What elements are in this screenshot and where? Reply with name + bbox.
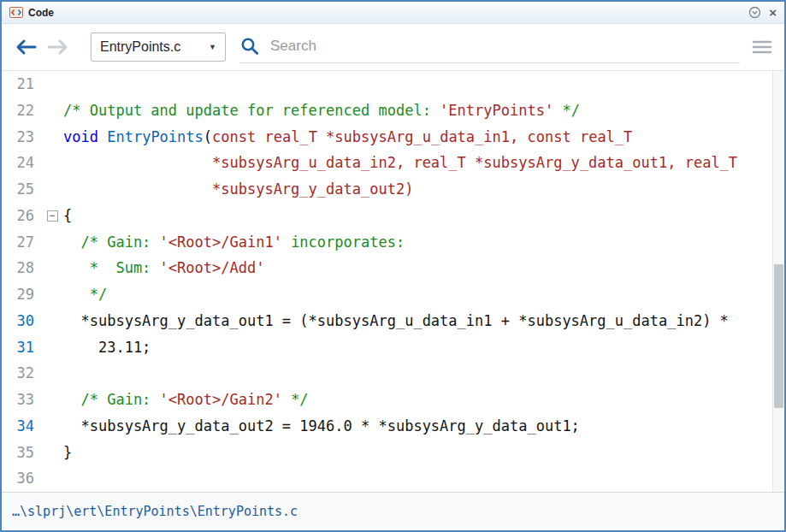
code-lines: 2122/* Output and update for referenced … [2,71,784,492]
window-title: Code [28,7,54,19]
close-icon[interactable]: × [769,7,777,19]
code-line[interactable]: 26−{ [2,203,784,229]
code-text: *subsysArg_y_data_out1 = (*subsysArg_u_d… [63,308,729,334]
back-button[interactable] [14,38,38,56]
code-window: Code × EntryPoints.c [0,0,786,532]
code-line[interactable]: 28 * Sum: '<Root>/Add' [2,255,784,281]
code-text: *subsysArg_u_data_in2, real_T *subsysArg… [63,150,737,176]
code-text: } [63,440,72,466]
code-text: */ [63,281,107,308]
search-icon[interactable] [239,36,260,56]
line-number: 24 [2,150,41,176]
code-text: { [63,203,72,229]
code-line[interactable]: 22/* Output and update for referenced mo… [2,98,784,124]
line-number: 30 [2,308,41,334]
code-line[interactable]: 25 *subsysArg_y_data_out2) [2,176,784,203]
line-number: 26 [2,203,41,229]
fold-column: − [41,203,63,229]
code-line[interactable]: 36 [2,465,784,492]
fold-column [41,387,63,413]
scrollbar-thumb[interactable] [774,264,783,408]
fold-column [41,281,63,308]
line-number: 28 [2,255,41,281]
titlebar-actions: × [748,6,777,19]
fold-column [41,413,63,440]
line-number: 21 [2,71,41,98]
line-number: 23 [2,124,41,151]
fold-column [41,71,63,98]
line-number: 25 [2,176,41,203]
line-number: 22 [2,98,41,124]
fold-column [41,176,63,203]
line-number: 35 [2,440,41,466]
fold-column [41,124,63,151]
code-text: void EntryPoints(const real_T *subsysArg… [63,124,632,151]
search-input[interactable] [270,38,740,55]
code-text: *subsysArg_y_data_out2) [63,176,413,203]
code-text: 23.11; [63,334,151,361]
code-line[interactable]: 24 *subsysArg_u_data_in2, real_T *subsys… [2,150,784,176]
line-number: 27 [2,229,41,256]
code-app-icon [9,6,23,19]
code-line[interactable]: 35} [2,440,784,466]
vertical-scrollbar[interactable] [772,71,784,492]
toolbar: EntryPoints.c ▼ [2,24,784,71]
code-line[interactable]: 31 23.11; [2,334,784,361]
fold-column [41,334,63,361]
code-text: /* Gain: '<Root>/Gain2' */ [63,387,309,413]
line-number: 36 [2,465,41,492]
code-line[interactable]: 27 /* Gain: '<Root>/Gain1' incorporates: [2,229,784,256]
fold-collapse-icon[interactable]: − [47,210,58,222]
fold-column [41,465,63,492]
fold-column [41,98,63,124]
code-line[interactable]: 23void EntryPoints(const real_T *subsysA… [2,124,784,151]
line-number: 32 [2,360,41,387]
chevron-down-icon: ▼ [209,43,216,51]
code-text: * Sum: '<Root>/Add' [63,255,264,281]
line-number: 31 [2,334,41,361]
fold-column [41,440,63,466]
code-text: *subsysArg_y_data_out2 = 1946.0 * *subsy… [63,413,580,440]
code-line[interactable]: 34 *subsysArg_y_data_out2 = 1946.0 * *su… [2,413,784,440]
menu-icon[interactable] [752,39,772,55]
file-dropdown[interactable]: EntryPoints.c ▼ [91,33,226,62]
fold-column [41,360,63,387]
line-number: 34 [2,413,41,440]
code-line[interactable]: 30 *subsysArg_y_data_out1 = (*subsysArg_… [2,308,784,334]
line-number: 33 [2,387,41,413]
fold-column [41,308,63,334]
code-line[interactable]: 32 [2,360,784,387]
file-dropdown-label: EntryPoints.c [100,39,180,55]
line-number: 29 [2,281,41,308]
code-line[interactable]: 33 /* Gain: '<Root>/Gain2' */ [2,387,784,413]
forward-button[interactable] [46,38,70,56]
fold-column [41,255,63,281]
file-path: …\slprj\ert\EntryPoints\EntryPoints.c [12,504,298,519]
code-line[interactable]: 21 [2,71,784,98]
code-text: /* Gain: '<Root>/Gain1' incorporates: [63,229,405,256]
titlebar: Code × [2,2,784,24]
code-text: /* Output and update for referenced mode… [63,98,580,124]
panel-collapse-icon[interactable] [748,6,761,19]
search-field[interactable] [239,29,740,63]
fold-column [41,150,63,176]
status-bar: …\slprj\ert\EntryPoints\EntryPoints.c [2,492,784,530]
fold-column [41,229,63,256]
code-line[interactable]: 29 */ [2,281,784,308]
code-editor[interactable]: 2122/* Output and update for referenced … [2,71,784,492]
